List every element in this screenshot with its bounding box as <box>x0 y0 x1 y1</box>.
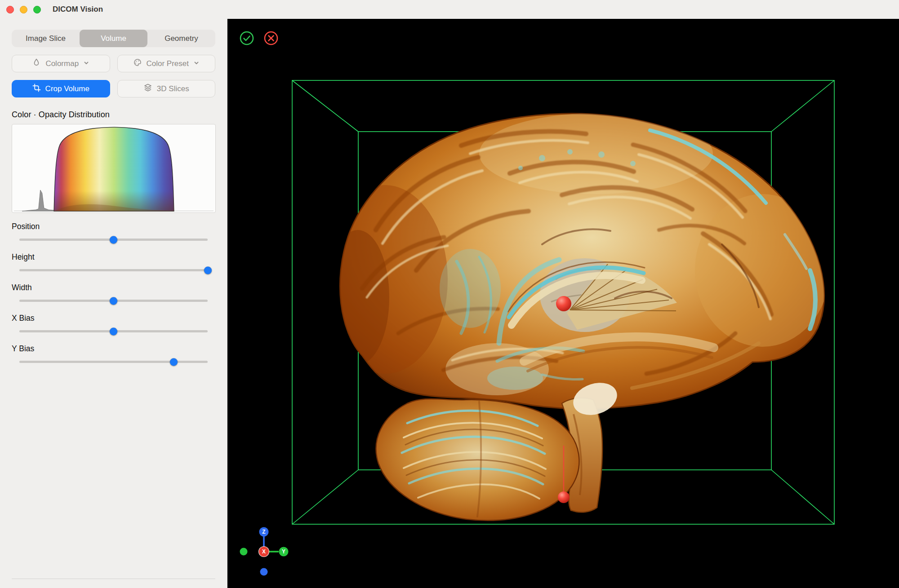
slider-track-x-bias[interactable] <box>19 330 208 332</box>
chevron-down-icon <box>83 59 89 68</box>
slider-label-height: Height <box>12 252 215 262</box>
slider-label-y-bias: Y Bias <box>12 344 215 354</box>
crop-icon <box>32 84 41 94</box>
colormap-button[interactable]: Colormap <box>12 55 110 72</box>
3d-slices-button[interactable]: 3D Slices <box>117 80 216 97</box>
slider-list: PositionHeightWidthX BiasY Bias <box>12 222 215 363</box>
brain-volume-render <box>322 113 830 521</box>
crop-volume-button[interactable]: Crop Volume <box>12 80 110 97</box>
colormap-button-label: Colormap <box>45 59 79 68</box>
slider-row-y-bias: Y Bias <box>12 344 215 363</box>
render-viewport[interactable]: Z Y X <box>227 19 899 588</box>
sidebar-divider <box>12 579 215 579</box>
slider-thumb-x-bias[interactable] <box>110 327 117 335</box>
close-button[interactable] <box>6 6 14 13</box>
slider-row-height: Height <box>12 252 215 271</box>
slider-row-x-bias: X Bias <box>12 314 215 332</box>
axis-neg-y-dot[interactable] <box>240 548 248 556</box>
minimize-button[interactable] <box>20 6 27 13</box>
slider-track-position[interactable] <box>19 239 208 241</box>
crop-handle-center[interactable] <box>556 296 571 311</box>
axis-gizmo[interactable]: Z Y X <box>240 527 289 576</box>
tab-geometry[interactable]: Geometry <box>147 30 215 47</box>
axis-x-label: X <box>262 548 266 555</box>
mode-tabs: Image SliceVolumeGeometry <box>12 30 215 47</box>
window-title: DICOM Vision <box>53 5 103 14</box>
title-bar: DICOM Vision <box>0 0 899 19</box>
crop-volume-button-label: Crop Volume <box>45 84 89 93</box>
3d-scene[interactable]: Z Y X <box>227 19 899 588</box>
slider-thumb-height[interactable] <box>204 266 212 274</box>
color-preset-button[interactable]: Color Preset <box>117 55 216 72</box>
zoom-button[interactable] <box>33 6 41 13</box>
tab-volume[interactable]: Volume <box>80 30 147 47</box>
slider-track-y-bias[interactable] <box>19 361 208 363</box>
color-preset-button-label: Color Preset <box>147 59 189 68</box>
axis-z-label: Z <box>262 529 265 535</box>
slider-thumb-position[interactable] <box>110 236 117 243</box>
slider-track-width[interactable] <box>19 300 208 302</box>
crop-handle-bottom[interactable] <box>558 491 570 503</box>
layers-icon <box>143 83 152 94</box>
slider-row-width: Width <box>12 283 215 302</box>
opacity-distribution-editor[interactable] <box>12 124 216 213</box>
sidebar: Image SliceVolumeGeometry Colormap <box>0 19 227 588</box>
slider-track-height[interactable] <box>19 269 208 271</box>
tab-image-slice[interactable]: Image Slice <box>12 30 80 47</box>
palette-icon <box>133 58 142 69</box>
chevron-down-icon <box>193 59 200 68</box>
slider-label-position: Position <box>12 222 215 231</box>
traffic-lights <box>6 6 41 13</box>
distribution-section-title: Color · Opacity Distribution <box>12 110 215 119</box>
slider-row-position: Position <box>12 222 215 241</box>
axis-y-label: Y <box>282 548 285 555</box>
slider-thumb-y-bias[interactable] <box>170 358 178 366</box>
slider-thumb-width[interactable] <box>110 297 117 305</box>
slider-label-x-bias: X Bias <box>12 314 215 323</box>
paint-drop-icon <box>32 58 41 69</box>
distribution-canvas <box>12 124 215 212</box>
slider-label-width: Width <box>12 283 215 292</box>
3d-slices-button-label: 3D Slices <box>157 84 189 93</box>
histogram-spike <box>22 190 54 211</box>
axis-neg-z-dot[interactable] <box>260 568 268 576</box>
